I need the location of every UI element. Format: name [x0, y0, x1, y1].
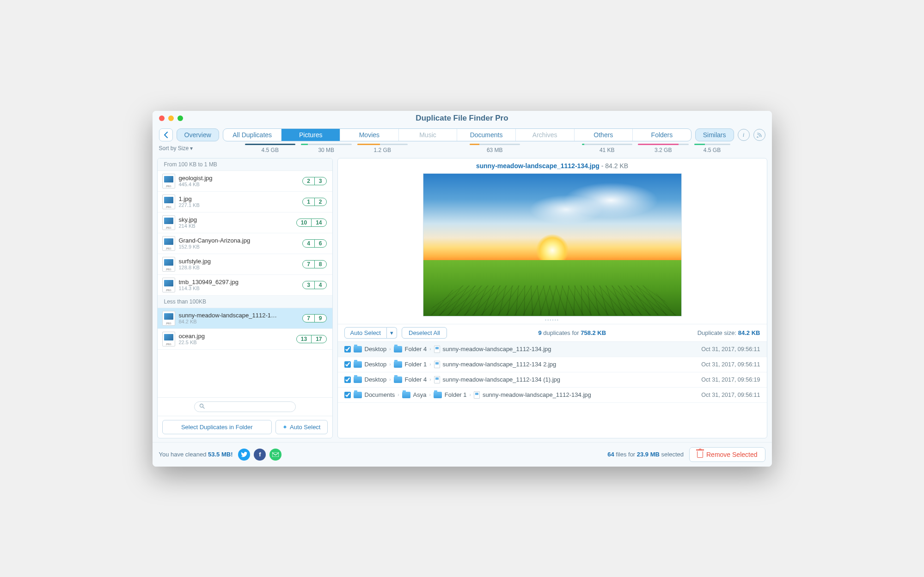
duplicate-checkbox[interactable] [344, 346, 351, 352]
minimize-window-icon[interactable] [168, 115, 174, 121]
duplicate-count-badge: 1317 [296, 335, 327, 343]
zoom-window-icon[interactable] [177, 115, 183, 121]
chevron-right-icon: › [470, 392, 471, 397]
search-icon [199, 403, 205, 410]
preview-panel: sunny-meadow-landscape_1112-134.jpg - 84… [337, 158, 767, 438]
tab-overview[interactable]: Overview [177, 128, 219, 141]
sparkle-icon: ✦ [282, 424, 288, 431]
twitter-icon[interactable] [238, 449, 250, 461]
duplicate-checkbox[interactable] [344, 392, 351, 398]
svg-rect-2 [272, 452, 279, 457]
file-thumbnail-icon [162, 257, 175, 272]
sort-dropdown[interactable]: Sort by Size ▾ [159, 145, 242, 152]
tab-folders[interactable]: Folders [633, 129, 691, 141]
document-icon [474, 391, 480, 399]
info-icon[interactable]: i [738, 129, 750, 141]
duplicate-path: Documents›Asya›Folder 1›sunny-meadow-lan… [354, 391, 699, 399]
select-duplicates-in-folder-button[interactable]: Select Duplicates in Folder [162, 420, 272, 434]
rss-icon[interactable] [753, 129, 765, 141]
close-window-icon[interactable] [159, 115, 165, 121]
duplicate-count-badge: 1014 [296, 219, 327, 227]
folder-icon [354, 361, 362, 368]
duplicate-count-badge: 34 [302, 281, 326, 289]
file-name: sky.jpg [179, 216, 293, 223]
duplicate-date: Oct 31, 2017, 09:56:11 [701, 361, 760, 368]
file-size: 128.8 KB [179, 265, 299, 270]
duplicate-filename: sunny-meadow-landscape_1112-134.jpg [443, 346, 551, 352]
tab-documents[interactable]: Documents [457, 129, 516, 141]
file-thumbnail-icon [162, 236, 175, 251]
auto-select-split-button: Auto Select ▾ [344, 327, 398, 339]
duplicate-count-badge: 79 [302, 314, 326, 322]
duplicates-toolbar: Auto Select ▾ Deselect All 9 duplicates … [338, 324, 767, 342]
file-name: surfstyle.jpg [179, 258, 299, 265]
chevron-right-icon: › [429, 377, 431, 382]
auto-select-button[interactable]: ✦ Auto Select [275, 420, 328, 434]
remove-selected-button[interactable]: Remove Selected [689, 447, 765, 462]
facebook-icon[interactable]: f [254, 449, 266, 461]
size-cell: 3.2 GB [635, 144, 691, 153]
document-icon [434, 346, 440, 353]
auto-select-dropdown-button[interactable]: ▾ [387, 327, 397, 339]
file-list[interactable]: From 100 KB to 1 MBgeologist.jpg445.4 KB… [158, 158, 332, 397]
folder-icon [354, 377, 362, 383]
duplicate-checkbox[interactable] [344, 361, 351, 368]
folder-icon [354, 346, 362, 352]
tab-others[interactable]: Others [575, 129, 633, 141]
size-cell: 1.2 GB [355, 144, 411, 153]
duplicate-count-badge: 46 [302, 239, 326, 248]
folder-icon [354, 392, 362, 398]
file-row[interactable]: tmb_130949_6297.jpg114.3 KB34 [158, 275, 332, 296]
group-header: Less than 100KB [158, 296, 332, 308]
search-input[interactable] [208, 403, 291, 410]
back-button[interactable] [159, 128, 173, 141]
auto-select-main-button[interactable]: Auto Select [344, 327, 387, 339]
resize-grip[interactable]: •••••• [338, 316, 767, 324]
duplicate-row[interactable]: Documents›Asya›Folder 1›sunny-meadow-lan… [338, 388, 767, 403]
file-row[interactable]: sunny-meadow-landscape_1112-1…84.2 KB79 [158, 308, 332, 329]
file-row[interactable]: geologist.jpg445.4 KB23 [158, 171, 332, 192]
tab-movies[interactable]: Movies [340, 129, 399, 141]
file-thumbnail-icon [162, 194, 175, 209]
deselect-all-button[interactable]: Deselect All [402, 327, 447, 339]
tab-similars[interactable]: Similars [695, 128, 734, 141]
size-cell: 41 KB [579, 144, 636, 153]
file-row[interactable]: 1.jpg227.1 KB12 [158, 192, 332, 213]
sort-label: Sort by Size [159, 145, 189, 152]
tab-all-duplicates[interactable]: All Duplicates [223, 129, 282, 141]
preview-filename: sunny-meadow-landscape_1112-134.jpg [476, 162, 600, 170]
email-icon[interactable] [269, 449, 281, 461]
duplicate-size-label: Duplicate size: 84.2 KB [698, 329, 760, 336]
file-row[interactable]: Grand-Canyon-Arizona.jpg152.9 KB46 [158, 233, 332, 254]
category-tabs: All DuplicatesPicturesMoviesMusicDocumen… [223, 128, 691, 141]
search-box[interactable] [194, 401, 296, 412]
duplicate-filename: sunny-meadow-landscape_1112-134.jpg [483, 391, 591, 398]
duplicate-date: Oct 31, 2017, 09:56:11 [701, 392, 760, 398]
duplicate-row[interactable]: Desktop›Folder 4›sunny-meadow-landscape_… [338, 372, 767, 388]
folder-icon [434, 392, 442, 398]
file-row[interactable]: sky.jpg214 KB1014 [158, 213, 332, 233]
file-name: sunny-meadow-landscape_1112-1… [179, 312, 299, 319]
duplicate-row[interactable]: Desktop›Folder 1›sunny-meadow-landscape_… [338, 357, 767, 372]
main-split: From 100 KB to 1 MBgeologist.jpg445.4 KB… [153, 158, 772, 442]
file-size: 114.3 KB [179, 285, 299, 291]
file-row[interactable]: ocean.jpg22.5 KB1317 [158, 329, 332, 350]
chevron-right-icon: › [398, 392, 399, 397]
duplicate-count-badge: 23 [302, 177, 326, 185]
social-buttons: f [238, 449, 281, 461]
file-row[interactable]: surfstyle.jpg128.8 KB78 [158, 254, 332, 275]
duplicate-count-badge: 78 [302, 260, 326, 268]
file-thumbnail-icon [162, 174, 175, 188]
duplicate-paths-list[interactable]: Desktop›Folder 4›sunny-meadow-landscape_… [338, 342, 767, 403]
selection-status: 64 files for 23.9 MB selected [607, 451, 684, 458]
size-cell [523, 144, 579, 153]
duplicate-count-badge: 12 [302, 198, 326, 206]
file-list-panel: From 100 KB to 1 MBgeologist.jpg445.4 KB… [157, 158, 333, 438]
group-header: From 100 KB to 1 MB [158, 158, 332, 171]
tab-pictures[interactable]: Pictures [281, 129, 340, 141]
duplicate-row[interactable]: Desktop›Folder 4›sunny-meadow-landscape_… [338, 342, 767, 357]
duplicate-checkbox[interactable] [344, 377, 351, 383]
duplicate-filename: sunny-meadow-landscape_1112-134 2.jpg [443, 361, 557, 368]
size-row: Sort by Size ▾ 4.5 GB30 MB1.2 GB63 MB41 … [153, 141, 772, 158]
file-size: 152.9 KB [179, 244, 299, 249]
